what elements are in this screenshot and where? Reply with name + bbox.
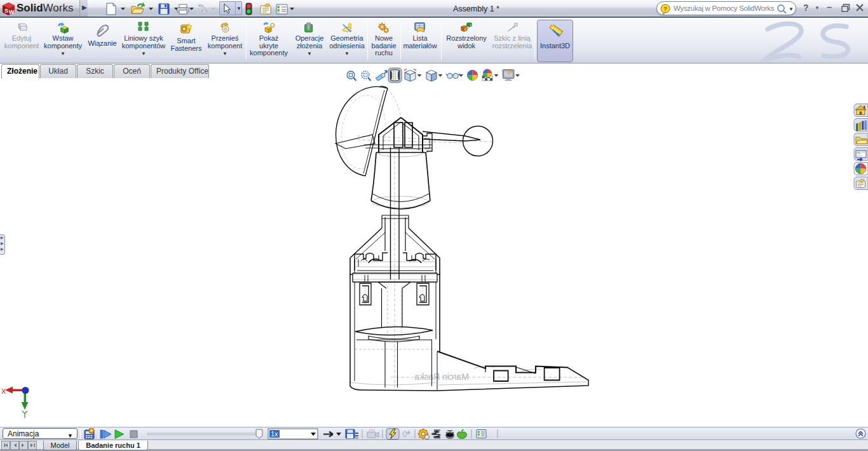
svg-text:1x: 1x [271,430,278,438]
svg-text:X: X [1,387,6,395]
svg-text:S: S [4,8,8,14]
svg-text:Marcin Raska: Marcin Raska [414,372,469,382]
svg-text:W: W [9,9,15,15]
svg-text:?: ? [663,5,667,12]
